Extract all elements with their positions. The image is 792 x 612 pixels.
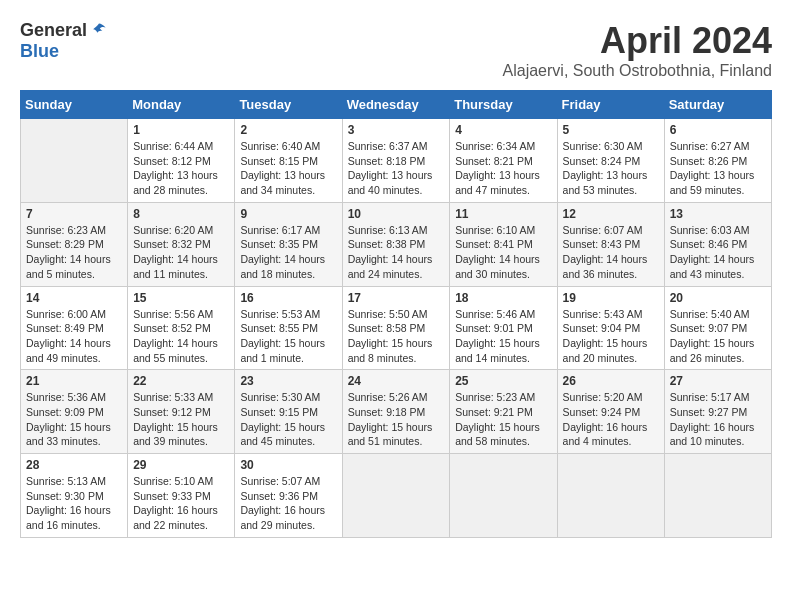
day-info: Sunrise: 5:56 AM Sunset: 8:52 PM Dayligh…: [133, 307, 229, 366]
calendar-header-row: SundayMondayTuesdayWednesdayThursdayFrid…: [21, 91, 772, 119]
calendar-week-row: 14Sunrise: 6:00 AM Sunset: 8:49 PM Dayli…: [21, 286, 772, 370]
calendar-cell: 28Sunrise: 5:13 AM Sunset: 9:30 PM Dayli…: [21, 454, 128, 538]
calendar-cell: 9Sunrise: 6:17 AM Sunset: 8:35 PM Daylig…: [235, 202, 342, 286]
day-number: 7: [26, 207, 122, 221]
calendar-cell: [21, 119, 128, 203]
calendar-table: SundayMondayTuesdayWednesdayThursdayFrid…: [20, 90, 772, 538]
day-number: 25: [455, 374, 551, 388]
calendar-cell: 14Sunrise: 6:00 AM Sunset: 8:49 PM Dayli…: [21, 286, 128, 370]
day-info: Sunrise: 5:50 AM Sunset: 8:58 PM Dayligh…: [348, 307, 445, 366]
calendar-cell: 30Sunrise: 5:07 AM Sunset: 9:36 PM Dayli…: [235, 454, 342, 538]
day-info: Sunrise: 5:13 AM Sunset: 9:30 PM Dayligh…: [26, 474, 122, 533]
day-info: Sunrise: 6:44 AM Sunset: 8:12 PM Dayligh…: [133, 139, 229, 198]
day-number: 1: [133, 123, 229, 137]
day-number: 15: [133, 291, 229, 305]
day-info: Sunrise: 5:26 AM Sunset: 9:18 PM Dayligh…: [348, 390, 445, 449]
calendar-weekday-thursday: Thursday: [450, 91, 557, 119]
calendar-cell: 7Sunrise: 6:23 AM Sunset: 8:29 PM Daylig…: [21, 202, 128, 286]
day-number: 5: [563, 123, 659, 137]
calendar-cell: 16Sunrise: 5:53 AM Sunset: 8:55 PM Dayli…: [235, 286, 342, 370]
calendar-cell: 3Sunrise: 6:37 AM Sunset: 8:18 PM Daylig…: [342, 119, 450, 203]
day-number: 3: [348, 123, 445, 137]
calendar-cell: 17Sunrise: 5:50 AM Sunset: 8:58 PM Dayli…: [342, 286, 450, 370]
day-info: Sunrise: 5:33 AM Sunset: 9:12 PM Dayligh…: [133, 390, 229, 449]
title-block: April 2024 Alajaervi, South Ostrobothnia…: [503, 20, 772, 80]
day-number: 11: [455, 207, 551, 221]
day-info: Sunrise: 5:17 AM Sunset: 9:27 PM Dayligh…: [670, 390, 766, 449]
day-number: 16: [240, 291, 336, 305]
day-info: Sunrise: 5:30 AM Sunset: 9:15 PM Dayligh…: [240, 390, 336, 449]
day-info: Sunrise: 5:36 AM Sunset: 9:09 PM Dayligh…: [26, 390, 122, 449]
calendar-cell: 25Sunrise: 5:23 AM Sunset: 9:21 PM Dayli…: [450, 370, 557, 454]
day-info: Sunrise: 5:20 AM Sunset: 9:24 PM Dayligh…: [563, 390, 659, 449]
day-number: 10: [348, 207, 445, 221]
day-info: Sunrise: 5:07 AM Sunset: 9:36 PM Dayligh…: [240, 474, 336, 533]
calendar-cell: 23Sunrise: 5:30 AM Sunset: 9:15 PM Dayli…: [235, 370, 342, 454]
day-number: 14: [26, 291, 122, 305]
subtitle: Alajaervi, South Ostrobothnia, Finland: [503, 62, 772, 80]
calendar-cell: 21Sunrise: 5:36 AM Sunset: 9:09 PM Dayli…: [21, 370, 128, 454]
day-number: 23: [240, 374, 336, 388]
calendar-cell: 22Sunrise: 5:33 AM Sunset: 9:12 PM Dayli…: [128, 370, 235, 454]
day-info: Sunrise: 6:10 AM Sunset: 8:41 PM Dayligh…: [455, 223, 551, 282]
day-info: Sunrise: 5:46 AM Sunset: 9:01 PM Dayligh…: [455, 307, 551, 366]
calendar-cell: 10Sunrise: 6:13 AM Sunset: 8:38 PM Dayli…: [342, 202, 450, 286]
day-info: Sunrise: 6:03 AM Sunset: 8:46 PM Dayligh…: [670, 223, 766, 282]
calendar-weekday-sunday: Sunday: [21, 91, 128, 119]
day-info: Sunrise: 5:40 AM Sunset: 9:07 PM Dayligh…: [670, 307, 766, 366]
day-info: Sunrise: 5:10 AM Sunset: 9:33 PM Dayligh…: [133, 474, 229, 533]
calendar-cell: [342, 454, 450, 538]
calendar-cell: 18Sunrise: 5:46 AM Sunset: 9:01 PM Dayli…: [450, 286, 557, 370]
day-number: 8: [133, 207, 229, 221]
day-number: 20: [670, 291, 766, 305]
day-info: Sunrise: 5:23 AM Sunset: 9:21 PM Dayligh…: [455, 390, 551, 449]
calendar-cell: 26Sunrise: 5:20 AM Sunset: 9:24 PM Dayli…: [557, 370, 664, 454]
logo-general-text: General: [20, 20, 87, 41]
calendar-cell: 27Sunrise: 5:17 AM Sunset: 9:27 PM Dayli…: [664, 370, 771, 454]
logo-blue-text: Blue: [20, 41, 59, 61]
day-number: 18: [455, 291, 551, 305]
calendar-week-row: 28Sunrise: 5:13 AM Sunset: 9:30 PM Dayli…: [21, 454, 772, 538]
day-number: 9: [240, 207, 336, 221]
calendar-weekday-tuesday: Tuesday: [235, 91, 342, 119]
day-info: Sunrise: 6:40 AM Sunset: 8:15 PM Dayligh…: [240, 139, 336, 198]
day-info: Sunrise: 6:34 AM Sunset: 8:21 PM Dayligh…: [455, 139, 551, 198]
day-info: Sunrise: 6:13 AM Sunset: 8:38 PM Dayligh…: [348, 223, 445, 282]
day-number: 13: [670, 207, 766, 221]
day-info: Sunrise: 6:07 AM Sunset: 8:43 PM Dayligh…: [563, 223, 659, 282]
calendar-cell: 29Sunrise: 5:10 AM Sunset: 9:33 PM Dayli…: [128, 454, 235, 538]
calendar-cell: 11Sunrise: 6:10 AM Sunset: 8:41 PM Dayli…: [450, 202, 557, 286]
calendar-cell: 24Sunrise: 5:26 AM Sunset: 9:18 PM Dayli…: [342, 370, 450, 454]
calendar-cell: 4Sunrise: 6:34 AM Sunset: 8:21 PM Daylig…: [450, 119, 557, 203]
calendar-cell: [450, 454, 557, 538]
day-number: 22: [133, 374, 229, 388]
day-number: 4: [455, 123, 551, 137]
day-number: 19: [563, 291, 659, 305]
calendar-week-row: 21Sunrise: 5:36 AM Sunset: 9:09 PM Dayli…: [21, 370, 772, 454]
calendar-cell: 12Sunrise: 6:07 AM Sunset: 8:43 PM Dayli…: [557, 202, 664, 286]
calendar-cell: 2Sunrise: 6:40 AM Sunset: 8:15 PM Daylig…: [235, 119, 342, 203]
calendar-week-row: 7Sunrise: 6:23 AM Sunset: 8:29 PM Daylig…: [21, 202, 772, 286]
calendar-cell: 5Sunrise: 6:30 AM Sunset: 8:24 PM Daylig…: [557, 119, 664, 203]
day-number: 21: [26, 374, 122, 388]
calendar-cell: [557, 454, 664, 538]
day-number: 2: [240, 123, 336, 137]
logo: General Blue: [20, 20, 109, 62]
day-number: 6: [670, 123, 766, 137]
calendar-weekday-monday: Monday: [128, 91, 235, 119]
calendar-weekday-wednesday: Wednesday: [342, 91, 450, 119]
calendar-cell: 13Sunrise: 6:03 AM Sunset: 8:46 PM Dayli…: [664, 202, 771, 286]
calendar-cell: 6Sunrise: 6:27 AM Sunset: 8:26 PM Daylig…: [664, 119, 771, 203]
day-info: Sunrise: 6:27 AM Sunset: 8:26 PM Dayligh…: [670, 139, 766, 198]
day-info: Sunrise: 6:17 AM Sunset: 8:35 PM Dayligh…: [240, 223, 336, 282]
day-info: Sunrise: 6:37 AM Sunset: 8:18 PM Dayligh…: [348, 139, 445, 198]
day-number: 12: [563, 207, 659, 221]
calendar-weekday-friday: Friday: [557, 91, 664, 119]
calendar-cell: 1Sunrise: 6:44 AM Sunset: 8:12 PM Daylig…: [128, 119, 235, 203]
day-info: Sunrise: 6:00 AM Sunset: 8:49 PM Dayligh…: [26, 307, 122, 366]
day-info: Sunrise: 6:23 AM Sunset: 8:29 PM Dayligh…: [26, 223, 122, 282]
day-info: Sunrise: 5:43 AM Sunset: 9:04 PM Dayligh…: [563, 307, 659, 366]
day-number: 27: [670, 374, 766, 388]
main-title: April 2024: [503, 20, 772, 62]
calendar-cell: 15Sunrise: 5:56 AM Sunset: 8:52 PM Dayli…: [128, 286, 235, 370]
